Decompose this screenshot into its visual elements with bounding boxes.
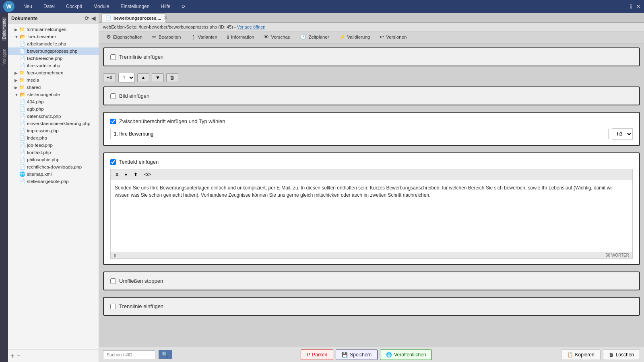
- add-list-btn[interactable]: +≡: [103, 73, 116, 82]
- tab-label: bewerbungsprozess....: [114, 16, 161, 21]
- tree-item-sitemap[interactable]: 🌐 sitemap.xml: [8, 171, 99, 178]
- information-icon: ℹ: [227, 34, 229, 40]
- heading-type-select[interactable]: h1 h2 h3 h4 h5 h6: [612, 128, 633, 140]
- text-editor-footer: p 50 WÖRTER: [110, 252, 633, 259]
- editor-footer-left: p: [114, 253, 116, 257]
- bild-label: Bild einfügen: [119, 93, 149, 99]
- text-editor-area[interactable]: Senden Sie uns Ihre Bewerbungsunterlagen…: [110, 180, 633, 252]
- menu-hilfe[interactable]: Hilfe: [156, 2, 175, 11]
- checkbox-trennlinie-top[interactable]: [110, 54, 116, 60]
- umfliessen-label: Umfließen stoppen: [119, 278, 163, 284]
- tree-item-kontakt[interactable]: 📄 kontakt.php: [8, 149, 99, 156]
- tree-item-index[interactable]: 📄 index.php: [8, 134, 99, 142]
- veroeffentlichen-button[interactable]: 🌐 Veröffentlichen: [380, 350, 432, 360]
- page-info-id: (ID: 45) -: [218, 25, 235, 29]
- menu-refresh[interactable]: ⟳: [177, 2, 190, 11]
- top-menu-bar: W Neu Datei Cockpit Module Einstellungen…: [0, 0, 644, 13]
- parken-button[interactable]: P Parken: [301, 350, 333, 360]
- tree-item-arbeitsmodelle[interactable]: 📄 arbeitsmodelle.php: [8, 40, 99, 47]
- tree-item-job-feed[interactable]: 📄 job-feed.php: [8, 142, 99, 149]
- block-umfliessen: Umfließen stoppen: [103, 272, 640, 290]
- tab-bewerbungsprozess[interactable]: 📄 bewerbungsprozess.... ✕: [101, 13, 166, 23]
- heading-input-row: h1 h2 h3 h4 h5 h6: [110, 128, 633, 140]
- menu-einstellungen[interactable]: Einstellungen: [116, 2, 154, 11]
- content-scroll-area[interactable]: Trennlinie einfügen +≡ 1 ▲ ▼ 🗑 Bild einf…: [99, 43, 644, 347]
- tree-item-ihre-vorteile[interactable]: 📄 ihre-vorteile.php: [8, 62, 99, 69]
- varianten-icon: ⋮: [191, 34, 196, 40]
- block-textfeld: Textfeld einfügen ≡ ▾ ⬆ </> Senden Sie u…: [103, 152, 640, 265]
- tree-item-404[interactable]: 📄 404.php: [8, 98, 99, 105]
- tree-item-shared[interactable]: ▶📁 shared: [8, 84, 99, 91]
- code-btn[interactable]: </>: [142, 171, 153, 179]
- delete-btn[interactable]: 🗑: [166, 73, 178, 82]
- close-icon[interactable]: ✕: [636, 3, 641, 10]
- remove-item-btn[interactable]: −: [17, 352, 20, 360]
- app-logo: W: [3, 1, 14, 12]
- refresh-tree-icon[interactable]: ⟳: [85, 15, 89, 21]
- bottom-bar: 🔍 P Parken 💾 Speichern 🌐 Veröffentlichen: [99, 347, 644, 362]
- action-tab-information[interactable]: ℹ Information: [222, 31, 259, 43]
- block-zwischenueberschrift: Zwischenüberschrift einfügen und Typ wäh…: [103, 112, 640, 146]
- bottom-search-button[interactable]: 🔍: [159, 350, 172, 359]
- speichern-button[interactable]: 💾 Speichern: [336, 350, 378, 360]
- action-tab-bearbeiten[interactable]: ✏ Bearbeiten: [147, 31, 186, 43]
- sidebar-panel-vorlagen[interactable]: Vorlagen: [2, 47, 6, 66]
- file-tree-panel: Dokumente ⟳ ◀ ▶📁 formularmeldungen ▼📂 fu…: [8, 13, 99, 362]
- checkbox-umfliessen[interactable]: [110, 278, 116, 284]
- checkbox-trennlinie-bottom[interactable]: [110, 304, 116, 309]
- format-align-btn[interactable]: ≡: [113, 171, 121, 179]
- add-item-btn[interactable]: +: [10, 352, 14, 360]
- info-icon[interactable]: ℹ: [630, 3, 632, 10]
- tree-item-rechtliches[interactable]: 📄 rechtliches-downloads.php: [8, 163, 99, 171]
- menu-neu[interactable]: Neu: [19, 2, 37, 11]
- textfeld-label: Textfeld einfügen: [119, 159, 159, 165]
- action-tab-versionen[interactable]: ↩ Versionen: [375, 31, 411, 43]
- checkbox-zwischenueberschrift[interactable]: [110, 119, 116, 124]
- loeschen-button[interactable]: 🗑 Löschen: [603, 350, 640, 360]
- page-info-bar: webEdition-Seite: /fuer-bewerber/bewerbu…: [99, 23, 644, 31]
- top-menu-items: Neu Datei Cockpit Module Einstellungen H…: [19, 2, 630, 11]
- action-tab-vorschau[interactable]: 👁 Vorschau: [259, 31, 295, 43]
- tree-item-einverstaendnis[interactable]: 📄 einverstaendniserklaerung.php: [8, 120, 99, 127]
- tree-item-stellenangebote-php[interactable]: 📄 stellenangebote.php: [8, 178, 99, 185]
- tree-item-datenschutz[interactable]: 📄 datenschutz.php: [8, 113, 99, 120]
- format-dropdown-btn[interactable]: ▾: [122, 171, 130, 179]
- menu-datei[interactable]: Datei: [39, 2, 60, 11]
- heading-text-input[interactable]: [110, 129, 609, 139]
- checkbox-bild[interactable]: [110, 93, 116, 99]
- menu-cockpit[interactable]: Cockpit: [61, 2, 87, 11]
- collapse-tree-icon[interactable]: ◀: [91, 15, 95, 21]
- tree-item-fuer-unternehmen[interactable]: ▶📁 fuer-unternehmen: [8, 69, 99, 76]
- eigenschaften-icon: ⚙: [106, 34, 111, 40]
- page-num-select[interactable]: 1: [118, 73, 135, 82]
- tree-item-philosophie[interactable]: 📄 philosophie.php: [8, 156, 99, 163]
- file-tree-bottom: + −: [8, 350, 99, 362]
- action-tab-validierung[interactable]: ⚡ Validierung: [334, 31, 375, 43]
- vorlage-oeffnen-link[interactable]: Vorlage öffnen: [237, 25, 266, 29]
- block-bild: Bild einfügen: [103, 86, 640, 105]
- tree-item-media[interactable]: ▶📁 media: [8, 76, 99, 84]
- menu-module[interactable]: Module: [89, 2, 114, 11]
- tree-item-fuer-bewerber[interactable]: ▼📂 fuer-bewerber: [8, 33, 99, 40]
- move-up-btn[interactable]: ▲: [137, 73, 149, 82]
- tree-item-impressum[interactable]: 📄 impressum.php: [8, 127, 99, 134]
- tree-item-stellenangebote-folder[interactable]: ▼📂 stellenangebote: [8, 91, 99, 98]
- bottom-search-input[interactable]: [103, 350, 155, 359]
- action-tab-zeitplaner[interactable]: 🕐 Zeitplaner: [295, 31, 334, 43]
- tab-close-icon[interactable]: ✕: [164, 15, 167, 21]
- action-tabs: ⚙ Eigenschaften ✏ Bearbeiten ⋮ Varianten…: [99, 31, 644, 43]
- upload-btn[interactable]: ⬆: [131, 171, 140, 179]
- move-down-btn[interactable]: ▼: [152, 73, 164, 82]
- action-tab-eigenschaften[interactable]: ⚙ Eigenschaften: [101, 31, 147, 43]
- file-tree-body: ▶📁 formularmeldungen ▼📂 fuer-bewerber 📄 …: [8, 24, 99, 350]
- tree-item-fachbereiche[interactable]: 📄 fachbereiche.php: [8, 55, 99, 62]
- sidebar-panel-dokumente[interactable]: Dokumente: [2, 17, 6, 41]
- veroeffentlichen-icon: 🌐: [386, 352, 392, 358]
- tree-item-formularmeldungen[interactable]: ▶📁 formularmeldungen: [8, 26, 99, 33]
- action-tab-varianten[interactable]: ⋮ Varianten: [186, 31, 222, 43]
- tree-item-bewerbungsprozess[interactable]: 📄 bewerbungsprozess.php: [8, 47, 99, 55]
- tree-item-agb[interactable]: 📄 agb.php: [8, 105, 99, 113]
- kopieren-button[interactable]: 📋 Kopieren: [561, 350, 601, 360]
- page-info-path: /fuer-bewerber/bewerbungsprozess.php: [139, 25, 217, 29]
- checkbox-textfeld[interactable]: [110, 159, 116, 165]
